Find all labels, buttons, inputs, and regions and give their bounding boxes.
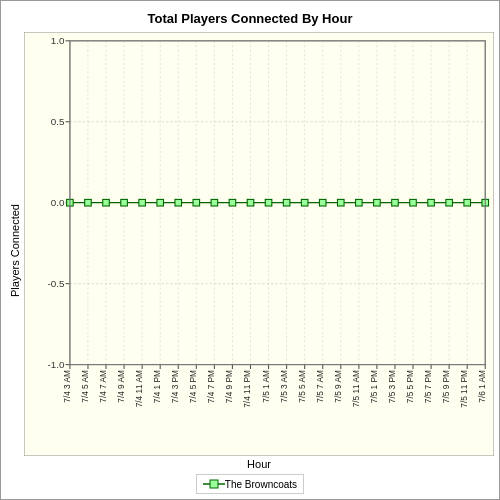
- chart-body: Players Connected 1.00.50.0-0.5-1.07/4 3…: [6, 32, 494, 470]
- x-axis-title: Hour: [24, 458, 494, 470]
- svg-text:7/4 7 PM: 7/4 7 PM: [207, 370, 216, 403]
- svg-text:7/5 3 AM: 7/5 3 AM: [280, 370, 289, 403]
- chart-title: Total Players Connected By Hour: [148, 11, 353, 26]
- svg-text:7/4 3 AM: 7/4 3 AM: [63, 370, 72, 403]
- svg-text:7/5 11 AM: 7/5 11 AM: [352, 370, 361, 407]
- svg-text:7/5 3 PM: 7/5 3 PM: [388, 370, 397, 403]
- svg-rect-62: [446, 199, 453, 206]
- chart-plot-area: 1.00.50.0-0.5-1.07/4 3 AM7/4 5 AM7/4 7 A…: [24, 32, 494, 456]
- svg-rect-48: [193, 199, 200, 206]
- svg-rect-60: [410, 199, 417, 206]
- svg-text:7/6 1 AM: 7/6 1 AM: [478, 370, 487, 403]
- svg-rect-115: [210, 480, 218, 488]
- svg-rect-50: [229, 199, 236, 206]
- svg-rect-63: [464, 199, 471, 206]
- svg-text:7/5 7 AM: 7/5 7 AM: [316, 370, 325, 403]
- svg-text:7/4 5 PM: 7/4 5 PM: [189, 370, 198, 403]
- svg-text:7/5 5 AM: 7/5 5 AM: [298, 370, 307, 403]
- svg-text:7/5 1 PM: 7/5 1 PM: [370, 370, 379, 403]
- svg-text:7/4 3 PM: 7/4 3 PM: [171, 370, 180, 403]
- svg-text:0.5: 0.5: [51, 116, 65, 127]
- svg-text:7/4 1 PM: 7/4 1 PM: [153, 370, 162, 403]
- svg-rect-61: [428, 199, 435, 206]
- legend-icon: [203, 478, 225, 490]
- svg-text:7/5 9 AM: 7/5 9 AM: [334, 370, 343, 403]
- svg-rect-51: [247, 199, 254, 206]
- svg-text:7/4 7 AM: 7/4 7 AM: [99, 370, 108, 403]
- svg-rect-59: [392, 199, 399, 206]
- y-axis-label: Players Connected: [6, 32, 24, 470]
- svg-rect-44: [121, 199, 128, 206]
- svg-text:0.0: 0.0: [51, 197, 65, 208]
- svg-rect-54: [301, 199, 308, 206]
- svg-text:7/4 11 PM: 7/4 11 PM: [244, 370, 253, 408]
- svg-text:7/5 9 PM: 7/5 9 PM: [442, 370, 451, 403]
- legend-label: The Browncoats: [225, 479, 297, 490]
- svg-rect-49: [211, 199, 218, 206]
- chart-svg: 1.00.50.0-0.5-1.07/4 3 AM7/4 5 AM7/4 7 A…: [24, 32, 494, 456]
- svg-text:7/5 1 AM: 7/5 1 AM: [262, 370, 271, 403]
- svg-text:7/5 5 PM: 7/5 5 PM: [406, 370, 415, 403]
- svg-text:7/5 7 PM: 7/5 7 PM: [424, 370, 433, 403]
- svg-text:7/4 11 AM: 7/4 11 AM: [135, 370, 144, 407]
- svg-text:1.0: 1.0: [51, 35, 65, 46]
- svg-text:7/4 9 PM: 7/4 9 PM: [225, 370, 234, 403]
- svg-text:7/4 9 AM: 7/4 9 AM: [117, 370, 126, 403]
- svg-rect-56: [338, 199, 345, 206]
- svg-text:-0.5: -0.5: [48, 278, 65, 289]
- svg-rect-45: [139, 199, 146, 206]
- svg-rect-57: [356, 199, 363, 206]
- svg-text:-1.0: -1.0: [48, 359, 65, 370]
- svg-rect-47: [175, 199, 182, 206]
- chart-container: Total Players Connected By Hour Players …: [0, 0, 500, 500]
- svg-rect-42: [85, 199, 92, 206]
- legend: The Browncoats: [196, 474, 304, 494]
- svg-text:7/4 5 AM: 7/4 5 AM: [81, 370, 90, 403]
- svg-rect-43: [103, 199, 110, 206]
- chart-area-wrapper: 1.00.50.0-0.5-1.07/4 3 AM7/4 5 AM7/4 7 A…: [24, 32, 494, 470]
- svg-rect-53: [283, 199, 290, 206]
- svg-rect-46: [157, 199, 164, 206]
- svg-rect-52: [265, 199, 272, 206]
- svg-rect-55: [319, 199, 326, 206]
- svg-text:7/5 11 PM: 7/5 11 PM: [460, 370, 469, 408]
- svg-rect-58: [374, 199, 381, 206]
